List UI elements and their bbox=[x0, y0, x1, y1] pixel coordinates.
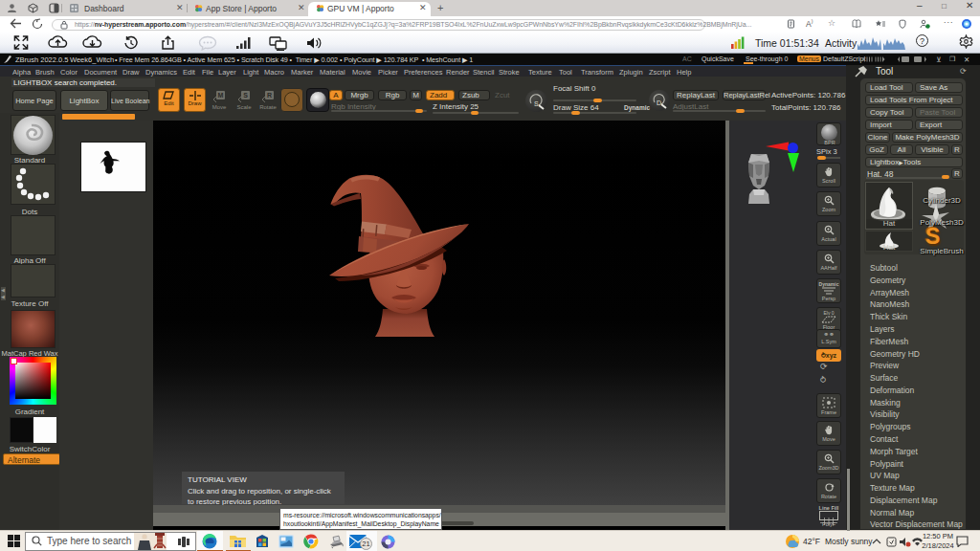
svg-text:D: D bbox=[657, 99, 661, 106]
svg-text:S: S bbox=[534, 100, 539, 107]
svg-text:S: S bbox=[243, 92, 248, 99]
svg-text:R: R bbox=[267, 92, 272, 99]
svg-text:M: M bbox=[218, 92, 224, 99]
